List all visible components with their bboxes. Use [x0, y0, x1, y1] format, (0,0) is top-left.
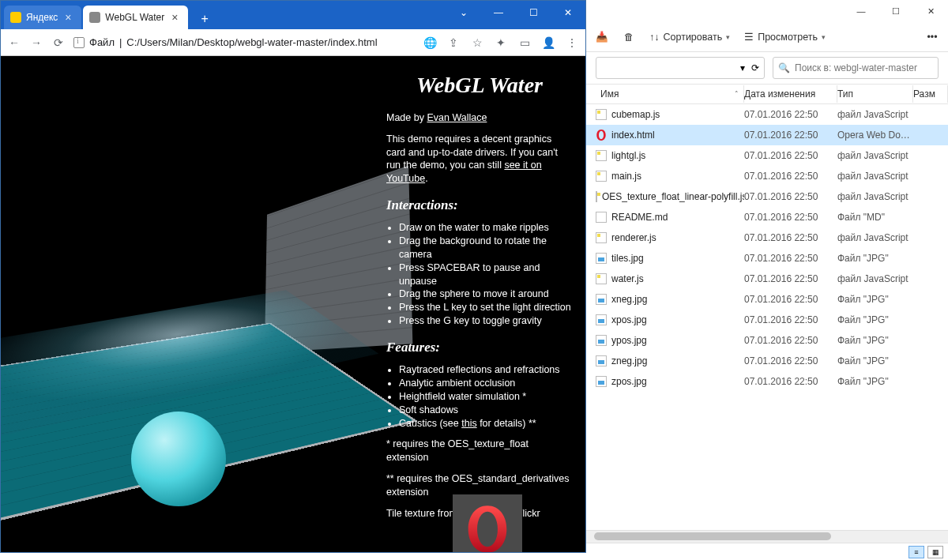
tab-yandex[interactable]: Яндекс × — [4, 6, 81, 29]
table-row[interactable]: cubemap.js07.01.2016 22:50файл JavaScrip… — [586, 104, 948, 125]
nav-forward-icon[interactable]: → — [29, 36, 43, 50]
cell-type: Файл "JPG" — [837, 253, 913, 264]
search-input[interactable]: 🔍 Поиск в: webgl-water-master — [773, 57, 939, 79]
share-icon[interactable]: ⇪ — [446, 36, 461, 50]
file-name: tiles.jpg — [611, 253, 644, 264]
window-maximize-icon[interactable]: ☐ — [878, 0, 913, 22]
more-icon[interactable]: ••• — [926, 31, 939, 43]
table-row[interactable]: ypos.jpg07.01.2016 22:50Файл "JPG" — [586, 330, 948, 351]
file-name: index.html — [611, 130, 655, 141]
details-view-button[interactable]: ≡ — [908, 546, 924, 558]
file-icon — [596, 376, 607, 387]
window-close-icon[interactable]: ✕ — [913, 0, 948, 22]
table-row[interactable]: OES_texture_float_linear-polyfill.js07.0… — [586, 186, 948, 207]
webgl-canvas[interactable] — [1, 167, 380, 498]
table-row[interactable]: tiles.jpg07.01.2016 22:50Файл "JPG" — [586, 248, 948, 269]
icons-view-button[interactable]: ▦ — [927, 546, 943, 558]
list-item: Soft shadows — [399, 404, 573, 417]
sphere[interactable] — [131, 412, 226, 506]
cell-type: Файл "JPG" — [837, 355, 913, 366]
cell-date: 07.01.2016 22:50 — [744, 253, 837, 264]
file-name: cubemap.js — [611, 109, 660, 120]
url-prefix: Файл — [89, 36, 115, 48]
horizontal-scrollbar[interactable] — [586, 530, 948, 543]
cell-type: файл JavaScript — [837, 191, 913, 202]
tab-close-icon[interactable]: × — [62, 11, 73, 24]
cell-type: Файл "JPG" — [837, 294, 913, 305]
tab-webgl-water[interactable]: WebGL Water × — [83, 6, 188, 29]
chevron-down-icon[interactable]: ▾ — [740, 62, 745, 73]
table-row[interactable]: main.js07.01.2016 22:50файл JavaScript — [586, 166, 948, 186]
cell-type: файл JavaScript — [837, 232, 913, 243]
table-row[interactable]: renderer.js07.01.2016 22:50файл JavaScri… — [586, 227, 948, 248]
window-minimize-icon[interactable]: — — [481, 1, 516, 24]
tab-close-icon[interactable]: × — [169, 11, 180, 24]
refresh-icon[interactable]: ⟳ — [751, 62, 759, 73]
file-list[interactable]: cubemap.js07.01.2016 22:50файл JavaScrip… — [586, 104, 948, 530]
author-link[interactable]: Evan Wallace — [427, 112, 487, 123]
cell-type: Файл "JPG" — [837, 335, 913, 346]
table-row[interactable]: water.js07.01.2016 22:50файл JavaScript — [586, 269, 948, 289]
drag-thumbnail[interactable] — [453, 494, 522, 552]
cell-type: Opera Web Docu... — [837, 130, 913, 141]
table-row[interactable]: lightgl.js07.01.2016 22:50файл JavaScrip… — [586, 145, 948, 166]
col-type[interactable]: Тип — [837, 85, 913, 103]
list-item: Raytraced reflections and refractions — [399, 363, 573, 377]
window-close-icon[interactable]: ✕ — [551, 1, 585, 24]
file-info-icon[interactable] — [73, 37, 85, 48]
list-item: Drag the sphere to move it around — [399, 288, 573, 301]
table-row[interactable]: index.html07.01.2016 22:50Opera Web Docu… — [586, 125, 948, 145]
file-name: water.js — [611, 273, 644, 284]
table-row[interactable]: xpos.jpg07.01.2016 22:50Файл "JPG" — [586, 310, 948, 330]
new-tab-button[interactable]: + — [194, 9, 215, 29]
scroll-thumb[interactable] — [594, 532, 831, 540]
cell-date: 07.01.2016 22:50 — [744, 109, 837, 120]
breadcrumb[interactable]: ▾ ⟳ — [596, 57, 765, 79]
cell-date: 07.01.2016 22:50 — [744, 130, 837, 141]
window-maximize-icon[interactable]: ☐ — [516, 1, 551, 24]
window-minimize-icon[interactable]: — — [844, 0, 878, 22]
favicon-yandex — [10, 12, 21, 23]
search-placeholder: Поиск в: webgl-water-master — [795, 62, 917, 73]
address-bar: ← → ⟳ Файл | C:/Users/Milan/Desktop/webg… — [1, 29, 585, 56]
table-row[interactable]: zneg.jpg07.01.2016 22:50Файл "JPG" — [586, 351, 948, 371]
table-row[interactable]: zpos.jpg07.01.2016 22:50Файл "JPG" — [586, 371, 948, 392]
nav-reload-icon[interactable]: ⟳ — [51, 36, 66, 50]
menu-icon[interactable]: ⋮ — [565, 36, 579, 50]
explorer-titlebar: — ☐ ✕ — [586, 0, 948, 22]
cell-type: файл JavaScript — [837, 171, 913, 182]
file-icon — [596, 150, 607, 161]
file-name: xpos.jpg — [611, 314, 647, 325]
cell-name: ypos.jpg — [586, 335, 744, 346]
cell-name: README.md — [586, 212, 744, 223]
caustics-link[interactable]: this — [461, 418, 476, 429]
file-icon — [596, 294, 607, 305]
window-dropdown-icon[interactable]: ⌄ — [446, 1, 481, 24]
translate-icon[interactable]: 🌐 — [423, 36, 437, 50]
cell-name: xpos.jpg — [586, 314, 744, 325]
extensions-icon[interactable]: ✦ — [494, 36, 508, 50]
table-row[interactable]: README.md07.01.2016 22:50Файл "MD" — [586, 207, 948, 227]
caustics-post: for details) ** — [477, 418, 536, 429]
sidepanel-icon[interactable]: ▭ — [517, 36, 532, 50]
nav-back-icon[interactable]: ← — [7, 36, 21, 50]
cell-type: файл JavaScript — [837, 150, 913, 161]
sort-button[interactable]: ↑↓ Сортировать ▾ — [649, 32, 730, 43]
status-bar: ≡ ▦ — [586, 543, 948, 560]
view-button[interactable]: ☰ Просмотреть ▾ — [744, 31, 826, 43]
col-date[interactable]: Дата изменения — [744, 85, 837, 103]
delete-icon[interactable]: 🗑 — [623, 31, 635, 43]
cell-name: lightgl.js — [586, 150, 744, 161]
tab-strip: Яндекс × WebGL Water × + ⌄ — ☐ ✕ — [1, 1, 585, 29]
bookmark-icon[interactable]: ☆ — [470, 36, 484, 50]
list-item: Press the L key to set the light directi… — [399, 301, 573, 314]
table-row[interactable]: xneg.jpg07.01.2016 22:50Файл "JPG" — [586, 289, 948, 310]
chevron-down-icon: ▾ — [726, 33, 730, 41]
features-heading: Features: — [386, 339, 573, 357]
address-field[interactable]: Файл | C:/Users/Milan/Desktop/webgl-wate… — [73, 36, 415, 48]
col-name[interactable]: Имя ˄ — [586, 85, 744, 103]
profile-icon[interactable]: 👤 — [541, 36, 555, 50]
favicon-water — [89, 12, 100, 23]
pin-icon[interactable]: 📥 — [596, 31, 608, 43]
col-size[interactable]: Разм — [913, 85, 948, 103]
